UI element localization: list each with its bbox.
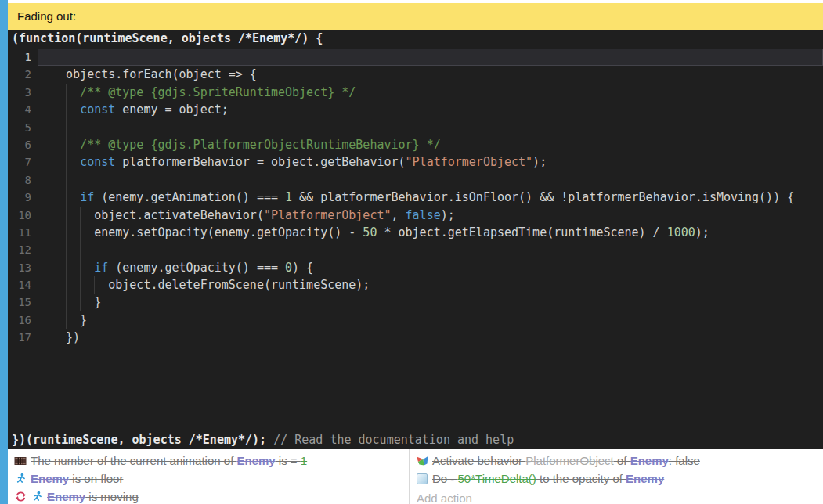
line-number: 9 bbox=[8, 189, 39, 206]
action-row[interactable]: Do - 50*TimeDelta() to the opacity of En… bbox=[416, 470, 820, 488]
events-column-divider bbox=[409, 449, 410, 504]
line-number: 14 bbox=[8, 276, 39, 293]
animation-frame-icon bbox=[14, 455, 27, 467]
line-number: 16 bbox=[8, 311, 39, 329]
code-line[interactable]: 17 }) bbox=[8, 329, 823, 346]
code-text: objects.forEach(object => { bbox=[39, 66, 257, 83]
js-code-editor[interactable]: (function(runtimeScene, objects /*Enemy*… bbox=[8, 30, 823, 449]
opacity-icon bbox=[416, 473, 428, 485]
condition-row[interactable]: Enemy is moving bbox=[14, 488, 406, 504]
line-number: 6 bbox=[8, 136, 39, 153]
code-text bbox=[39, 119, 52, 136]
line-number: 13 bbox=[8, 259, 39, 276]
code-line[interactable]: 8 bbox=[8, 171, 823, 189]
code-line[interactable]: 15 } bbox=[8, 293, 823, 311]
code-line[interactable]: 6 /** @type {gdjs.PlatformerObjectRuntim… bbox=[8, 136, 823, 153]
code-text bbox=[39, 241, 52, 258]
code-line[interactable]: 4 const enemy = object; bbox=[8, 101, 823, 118]
indent-guide bbox=[80, 207, 81, 311]
code-line[interactable]: 13 if (enemy.getOpacity() === 0) { bbox=[8, 259, 823, 276]
code-line[interactable]: 3 /** @type {gdjs.SpriteRuntimeObject} *… bbox=[8, 84, 823, 101]
platformer-runner-icon bbox=[31, 491, 43, 503]
code-text: } bbox=[39, 311, 87, 329]
code-text: if (enemy.getAnimation() === 1 && platfo… bbox=[39, 189, 794, 206]
code-wrapper-footer: })(runtimeScene, objects /*Enemy*/); // … bbox=[12, 433, 514, 447]
code-line[interactable]: 11 enemy.setOpacity(enemy.getOpacity() -… bbox=[8, 224, 823, 241]
action-row-text: Activate behavior PlatformerObject of En… bbox=[432, 454, 700, 467]
code-text: /** @type {gdjs.SpriteRuntimeObject} */ bbox=[39, 84, 356, 101]
events-panel: The number of the current animation of E… bbox=[8, 449, 823, 504]
code-wrapper-header: (function(runtimeScene, objects /*Enemy*… bbox=[12, 31, 323, 45]
code-line[interactable]: 5 bbox=[8, 119, 823, 136]
active-line-highlight bbox=[38, 49, 823, 66]
line-number: 15 bbox=[8, 293, 39, 311]
code-line[interactable]: 10 object.activateBehavior("PlatformerOb… bbox=[8, 207, 823, 224]
line-number: 1 bbox=[8, 49, 39, 66]
line-number: 17 bbox=[8, 329, 39, 346]
code-text bbox=[39, 49, 52, 66]
line-number: 7 bbox=[8, 153, 39, 171]
code-text: /** @type {gdjs.PlatformerObjectRuntimeB… bbox=[39, 136, 441, 153]
line-number: 3 bbox=[8, 84, 39, 101]
condition-row-text: The number of the current animation of E… bbox=[31, 454, 307, 467]
line-number: 5 bbox=[8, 119, 39, 136]
comment-text: Fading out: bbox=[17, 9, 76, 23]
line-number: 4 bbox=[8, 101, 39, 118]
line-number: 12 bbox=[8, 241, 39, 258]
line-number: 10 bbox=[8, 207, 39, 224]
indent-guide bbox=[66, 84, 67, 329]
code-text: object.deleteFromScene(runtimeScene); bbox=[39, 276, 370, 293]
action-row-text: Do - 50*TimeDelta() to the opacity of En… bbox=[432, 472, 664, 485]
documentation-link[interactable]: Read the documentation and help bbox=[294, 433, 514, 447]
condition-row-text: Enemy is moving bbox=[47, 490, 139, 503]
line-number: 8 bbox=[8, 171, 39, 189]
actions-column: Activate behavior PlatformerObject of En… bbox=[416, 452, 820, 504]
condition-row[interactable]: Enemy is on floor bbox=[14, 470, 406, 488]
line-number: 11 bbox=[8, 224, 39, 241]
footer-code: })(runtimeScene, objects /*Enemy*/); bbox=[12, 433, 273, 447]
code-line[interactable]: 7 const platformerBehavior = object.getB… bbox=[8, 153, 823, 171]
add-action-link[interactable]: Add action bbox=[416, 491, 820, 504]
platformer-runner-icon bbox=[14, 473, 27, 485]
code-line[interactable]: 14 object.deleteFromScene(runtimeScene); bbox=[8, 276, 823, 293]
code-text: }) bbox=[39, 329, 80, 346]
code-text: const platformerBehavior = object.getBeh… bbox=[39, 153, 547, 171]
comment-event[interactable]: Fading out: bbox=[8, 3, 823, 30]
footer-comment-prefix: // bbox=[273, 433, 294, 447]
code-line[interactable]: 2 objects.forEach(object => { bbox=[8, 66, 823, 83]
code-lines: 12 objects.forEach(object => {3 /** @typ… bbox=[8, 49, 823, 347]
invert-condition-icon bbox=[14, 491, 27, 503]
condition-row-text: Enemy is on floor bbox=[31, 472, 123, 485]
code-text bbox=[39, 171, 52, 189]
code-line[interactable]: 1 bbox=[8, 49, 823, 66]
code-text: } bbox=[39, 293, 101, 311]
action-row[interactable]: Activate behavior PlatformerObject of En… bbox=[416, 452, 820, 470]
event-selection-bar bbox=[0, 0, 8, 504]
code-line[interactable]: 16 } bbox=[8, 311, 823, 329]
indent-guide bbox=[94, 276, 95, 293]
line-number: 2 bbox=[8, 66, 39, 83]
code-text: const enemy = object; bbox=[39, 101, 229, 118]
conditions-column: The number of the current animation of E… bbox=[14, 452, 406, 504]
condition-row[interactable]: The number of the current animation of E… bbox=[14, 452, 406, 470]
code-text: enemy.setOpacity(enemy.getOpacity() - 50… bbox=[39, 224, 709, 241]
behavior-icon bbox=[416, 455, 428, 467]
code-line[interactable]: 9 if (enemy.getAnimation() === 1 && plat… bbox=[8, 189, 823, 206]
code-line[interactable]: 12 bbox=[8, 241, 823, 258]
code-text: object.activateBehavior("PlatformerObjec… bbox=[39, 207, 455, 224]
